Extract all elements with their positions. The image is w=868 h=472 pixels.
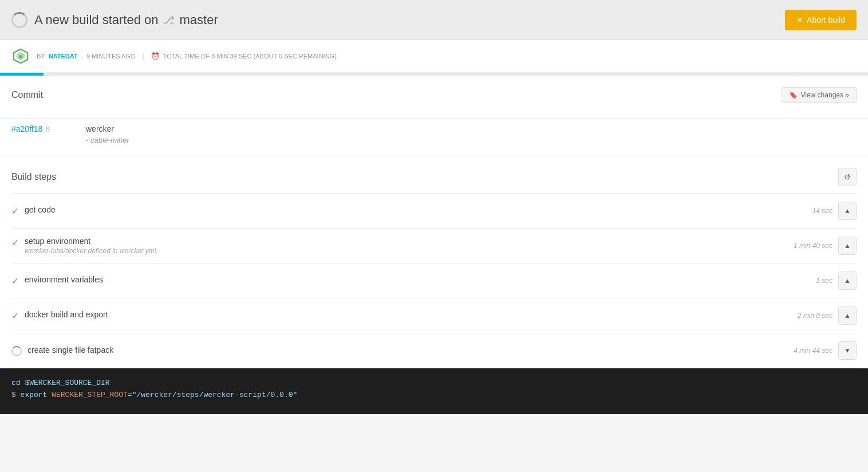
- build-steps-title: Build steps: [11, 172, 56, 182]
- build-step-get-code: ✓ get code 14 sec ▲: [11, 194, 857, 229]
- time-ago: 9 MINUTES AGO: [86, 53, 136, 60]
- commit-details: wercker - cable-miner: [86, 124, 129, 144]
- step-check-icon: ✓: [11, 310, 19, 321]
- username: NATEDAT: [49, 53, 78, 60]
- step-running-spinner: [11, 346, 22, 356]
- step-time: 2 min 0 sec: [787, 312, 833, 320]
- terminal-line-1: cd $WERCKER_SOURCE_DIR: [11, 377, 857, 390]
- abort-build-button[interactable]: ✕ Abort build: [785, 10, 857, 30]
- page-title: A new build started on ⎇ master: [34, 13, 218, 27]
- commit-author: wercker: [86, 124, 129, 133]
- clock-icon: ⏰: [151, 52, 160, 60]
- commit-row: #a20ff18 ⎘ wercker - cable-miner: [11, 124, 857, 144]
- meta-info: BY NATEDAT , 9 MINUTES AGO | ⏰ TOTAL TIM…: [37, 52, 337, 60]
- build-step-setup-environment: ✓ setup environment wercker-labs/docker …: [11, 229, 857, 263]
- terminal-cmd-2: export WERCKER_STEP_ROOT="/wercker/steps…: [21, 391, 298, 399]
- view-changes-button[interactable]: 🔖 View changes »: [782, 87, 857, 103]
- refresh-button[interactable]: ↺: [838, 168, 857, 186]
- expand-step-button[interactable]: ▲: [838, 237, 857, 255]
- commit-message: - cable-miner: [86, 136, 129, 144]
- commit-section-header: Commit 🔖 View changes »: [0, 76, 868, 119]
- header-left: A new build started on ⎇ master: [11, 12, 218, 28]
- step-name: docker build and export: [25, 310, 108, 319]
- total-time: TOTAL TIME OF 8 MIN 39 SEC (ABOUT 0 SEC …: [163, 53, 337, 60]
- step-check-icon: ✓: [11, 276, 19, 286]
- build-steps-section: Build steps ↺ ✓ get code 14 sec ▲: [0, 156, 868, 368]
- step-time: 4 min 44 sec: [787, 347, 833, 355]
- step-check-icon: ✓: [11, 237, 19, 248]
- build-steps-header: Build steps ↺: [11, 168, 857, 194]
- terminal-output: cd $WERCKER_SOURCE_DIR $ export WERCKER_…: [0, 368, 868, 414]
- expand-step-button[interactable]: ▲: [838, 306, 857, 325]
- branch-icon: ⎇: [163, 14, 175, 26]
- step-name: environment variables: [25, 275, 103, 284]
- build-step-environment-variables: ✓ environment variables 1 sec ▲: [11, 263, 857, 298]
- wercker-logo: [11, 47, 30, 65]
- build-step-fatpack: create single file fatpack 4 min 44 sec …: [11, 333, 857, 368]
- abort-label: Abort build: [807, 15, 845, 25]
- step-check-icon: ✓: [11, 206, 19, 217]
- chevron-up-icon: ▲: [844, 242, 851, 250]
- build-step-docker-build: ✓ docker build and export 2 min 0 sec ▲: [11, 298, 857, 333]
- commit-section-title: Commit: [11, 90, 43, 100]
- refresh-icon: ↺: [844, 172, 851, 182]
- chevron-up-icon: ▲: [844, 312, 851, 320]
- copy-icon: ⎘: [46, 125, 50, 133]
- main-content: Commit 🔖 View changes » #a20ff18 ⎘ werck…: [0, 76, 868, 414]
- meta-bar: BY NATEDAT , 9 MINUTES AGO | ⏰ TOTAL TIM…: [0, 40, 868, 73]
- commit-hash-text: #a20ff18: [11, 124, 42, 133]
- step-time: 14 sec: [787, 207, 833, 215]
- collapse-step-button[interactable]: ▼: [838, 341, 857, 360]
- chevron-down-icon: ▼: [844, 347, 851, 355]
- step-time: 1 sec: [787, 277, 833, 285]
- page-header: A new build started on ⎇ master ✕ Abort …: [0, 0, 868, 40]
- terminal-line-2: $ export WERCKER_STEP_ROOT="/wercker/ste…: [11, 390, 857, 402]
- step-time: 1 min 40 sec: [787, 242, 833, 250]
- abort-icon: ✕: [796, 15, 803, 25]
- commit-hash-col: #a20ff18 ⎘: [11, 124, 80, 133]
- commit-section-title-row: Commit 🔖 View changes »: [11, 87, 857, 103]
- build-spinner-icon: [11, 12, 27, 28]
- commit-info: #a20ff18 ⎘ wercker - cable-miner: [0, 119, 868, 156]
- by-label: BY: [37, 53, 45, 60]
- chevron-up-icon: ▲: [844, 277, 851, 285]
- chevron-up-icon: ▲: [844, 207, 851, 215]
- step-name: get code: [25, 205, 56, 214]
- step-name: setup environment: [25, 237, 158, 246]
- view-changes-icon: 🔖: [789, 91, 798, 99]
- commit-hash-link[interactable]: #a20ff18 ⎘: [11, 124, 80, 133]
- title-prefix: A new build started on: [34, 13, 158, 27]
- view-changes-label: View changes »: [800, 91, 849, 99]
- expand-step-button[interactable]: ▲: [838, 202, 857, 220]
- terminal-cmd: cd $WERCKER_SOURCE_DIR: [11, 379, 110, 387]
- step-name: create single file fatpack: [27, 345, 113, 355]
- branch-name: master: [179, 13, 218, 27]
- step-sub: wercker-labs/docker defined in wercker.y…: [25, 247, 158, 255]
- expand-step-button[interactable]: ▲: [838, 272, 857, 290]
